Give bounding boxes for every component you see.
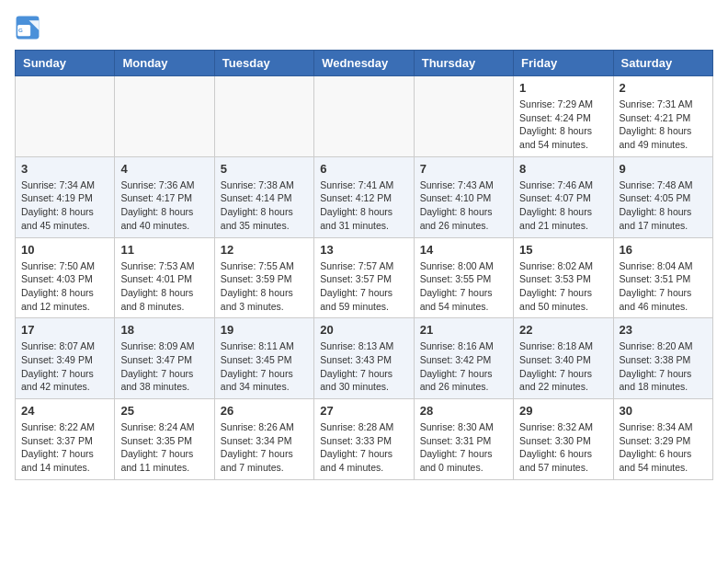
page-header: G bbox=[15, 15, 713, 40]
day-number: 24 bbox=[21, 404, 108, 418]
day-number: 30 bbox=[620, 404, 707, 418]
calendar-cell: 26Sunrise: 8:26 AM Sunset: 3:34 PM Dayli… bbox=[214, 399, 313, 480]
cell-content: Sunrise: 8:30 AM Sunset: 3:31 PM Dayligh… bbox=[420, 420, 507, 475]
day-number: 7 bbox=[420, 162, 507, 176]
week-row-2: 10Sunrise: 7:50 AM Sunset: 4:03 PM Dayli… bbox=[16, 237, 713, 318]
day-number: 22 bbox=[519, 323, 607, 337]
calendar-cell: 25Sunrise: 8:24 AM Sunset: 3:35 PM Dayli… bbox=[115, 399, 214, 480]
week-row-0: 1Sunrise: 7:29 AM Sunset: 4:24 PM Daylig… bbox=[16, 76, 713, 157]
cell-content: Sunrise: 8:18 AM Sunset: 3:40 PM Dayligh… bbox=[519, 339, 607, 394]
cell-content: Sunrise: 8:32 AM Sunset: 3:30 PM Dayligh… bbox=[519, 420, 607, 475]
calendar-cell: 29Sunrise: 8:32 AM Sunset: 3:30 PM Dayli… bbox=[514, 399, 613, 480]
cell-content: Sunrise: 7:46 AM Sunset: 4:07 PM Dayligh… bbox=[519, 178, 607, 233]
cell-content: Sunrise: 7:53 AM Sunset: 4:01 PM Dayligh… bbox=[120, 259, 208, 314]
week-row-1: 3Sunrise: 7:34 AM Sunset: 4:19 PM Daylig… bbox=[16, 156, 713, 237]
day-number: 29 bbox=[519, 404, 607, 418]
calendar-cell: 13Sunrise: 7:57 AM Sunset: 3:57 PM Dayli… bbox=[314, 237, 414, 318]
calendar-cell: 14Sunrise: 8:00 AM Sunset: 3:55 PM Dayli… bbox=[414, 237, 513, 318]
calendar-cell: 12Sunrise: 7:55 AM Sunset: 3:59 PM Dayli… bbox=[214, 237, 313, 318]
calendar-cell: 8Sunrise: 7:46 AM Sunset: 4:07 PM Daylig… bbox=[514, 156, 613, 237]
day-number: 1 bbox=[519, 81, 607, 95]
day-number: 10 bbox=[21, 243, 108, 257]
calendar-cell: 11Sunrise: 7:53 AM Sunset: 4:01 PM Dayli… bbox=[115, 237, 214, 318]
day-number: 28 bbox=[420, 404, 507, 418]
day-number: 17 bbox=[21, 323, 108, 337]
calendar-cell: 27Sunrise: 8:28 AM Sunset: 3:33 PM Dayli… bbox=[314, 399, 414, 480]
calendar-cell: 24Sunrise: 8:22 AM Sunset: 3:37 PM Dayli… bbox=[16, 399, 115, 480]
cell-content: Sunrise: 8:26 AM Sunset: 3:34 PM Dayligh… bbox=[221, 420, 308, 475]
calendar-cell: 2Sunrise: 7:31 AM Sunset: 4:21 PM Daylig… bbox=[613, 76, 712, 157]
day-number: 19 bbox=[221, 323, 308, 337]
day-number: 6 bbox=[320, 162, 407, 176]
calendar-cell bbox=[16, 76, 115, 157]
day-number: 3 bbox=[21, 162, 108, 176]
day-number: 18 bbox=[120, 323, 208, 337]
header-saturday: Saturday bbox=[613, 51, 712, 76]
svg-text:G: G bbox=[18, 27, 23, 33]
calendar-cell: 17Sunrise: 8:07 AM Sunset: 3:49 PM Dayli… bbox=[16, 318, 115, 399]
calendar-cell: 28Sunrise: 8:30 AM Sunset: 3:31 PM Dayli… bbox=[414, 399, 513, 480]
cell-content: Sunrise: 8:22 AM Sunset: 3:37 PM Dayligh… bbox=[21, 420, 108, 475]
day-number: 15 bbox=[519, 243, 607, 257]
day-number: 20 bbox=[320, 323, 407, 337]
calendar-cell: 18Sunrise: 8:09 AM Sunset: 3:47 PM Dayli… bbox=[115, 318, 214, 399]
day-number: 11 bbox=[120, 243, 208, 257]
calendar-cell: 19Sunrise: 8:11 AM Sunset: 3:45 PM Dayli… bbox=[214, 318, 313, 399]
calendar-cell bbox=[314, 76, 414, 157]
day-number: 2 bbox=[620, 81, 707, 95]
day-number: 16 bbox=[620, 243, 707, 257]
cell-content: Sunrise: 8:34 AM Sunset: 3:29 PM Dayligh… bbox=[620, 420, 707, 475]
cell-content: Sunrise: 7:55 AM Sunset: 3:59 PM Dayligh… bbox=[221, 259, 308, 314]
calendar-cell: 7Sunrise: 7:43 AM Sunset: 4:10 PM Daylig… bbox=[414, 156, 513, 237]
cell-content: Sunrise: 8:07 AM Sunset: 3:49 PM Dayligh… bbox=[21, 339, 108, 394]
calendar-cell: 16Sunrise: 8:04 AM Sunset: 3:51 PM Dayli… bbox=[613, 237, 712, 318]
cell-content: Sunrise: 8:04 AM Sunset: 3:51 PM Dayligh… bbox=[620, 259, 707, 314]
calendar-cell: 4Sunrise: 7:36 AM Sunset: 4:17 PM Daylig… bbox=[115, 156, 214, 237]
cell-content: Sunrise: 8:28 AM Sunset: 3:33 PM Dayligh… bbox=[320, 420, 407, 475]
header-monday: Monday bbox=[115, 51, 214, 76]
calendar-cell: 3Sunrise: 7:34 AM Sunset: 4:19 PM Daylig… bbox=[16, 156, 115, 237]
calendar-cell: 20Sunrise: 8:13 AM Sunset: 3:43 PM Dayli… bbox=[314, 318, 414, 399]
cell-content: Sunrise: 7:48 AM Sunset: 4:05 PM Dayligh… bbox=[620, 178, 707, 233]
day-number: 26 bbox=[221, 404, 308, 418]
header-friday: Friday bbox=[514, 51, 613, 76]
calendar-cell: 15Sunrise: 8:02 AM Sunset: 3:53 PM Dayli… bbox=[514, 237, 613, 318]
day-number: 8 bbox=[519, 162, 607, 176]
day-number: 5 bbox=[221, 162, 308, 176]
logo: G bbox=[15, 15, 44, 40]
calendar-cell: 21Sunrise: 8:16 AM Sunset: 3:42 PM Dayli… bbox=[414, 318, 513, 399]
calendar-cell: 6Sunrise: 7:41 AM Sunset: 4:12 PM Daylig… bbox=[314, 156, 414, 237]
day-number: 21 bbox=[420, 323, 507, 337]
day-number: 13 bbox=[320, 243, 407, 257]
cell-content: Sunrise: 8:13 AM Sunset: 3:43 PM Dayligh… bbox=[320, 339, 407, 394]
cell-content: Sunrise: 8:00 AM Sunset: 3:55 PM Dayligh… bbox=[420, 259, 507, 314]
cell-content: Sunrise: 8:24 AM Sunset: 3:35 PM Dayligh… bbox=[120, 420, 208, 475]
day-number: 27 bbox=[320, 404, 407, 418]
header-wednesday: Wednesday bbox=[314, 51, 414, 76]
day-number: 9 bbox=[620, 162, 707, 176]
logo-icon: G bbox=[15, 15, 40, 40]
calendar-table: SundayMondayTuesdayWednesdayThursdayFrid… bbox=[15, 50, 713, 480]
cell-content: Sunrise: 7:29 AM Sunset: 4:24 PM Dayligh… bbox=[519, 98, 607, 152]
week-row-4: 24Sunrise: 8:22 AM Sunset: 3:37 PM Dayli… bbox=[16, 399, 713, 480]
cell-content: Sunrise: 8:11 AM Sunset: 3:45 PM Dayligh… bbox=[221, 339, 308, 394]
cell-content: Sunrise: 7:43 AM Sunset: 4:10 PM Dayligh… bbox=[420, 178, 507, 233]
day-number: 23 bbox=[620, 323, 707, 337]
cell-content: Sunrise: 7:34 AM Sunset: 4:19 PM Dayligh… bbox=[21, 178, 108, 233]
day-number: 14 bbox=[420, 243, 507, 257]
cell-content: Sunrise: 7:50 AM Sunset: 4:03 PM Dayligh… bbox=[21, 259, 108, 314]
cell-content: Sunrise: 8:20 AM Sunset: 3:38 PM Dayligh… bbox=[620, 339, 707, 394]
calendar-cell bbox=[214, 76, 313, 157]
cell-content: Sunrise: 7:36 AM Sunset: 4:17 PM Dayligh… bbox=[120, 178, 208, 233]
cell-content: Sunrise: 8:09 AM Sunset: 3:47 PM Dayligh… bbox=[120, 339, 208, 394]
cell-content: Sunrise: 7:41 AM Sunset: 4:12 PM Dayligh… bbox=[320, 178, 407, 233]
day-number: 25 bbox=[120, 404, 208, 418]
cell-content: Sunrise: 8:16 AM Sunset: 3:42 PM Dayligh… bbox=[420, 339, 507, 394]
calendar-header-row: SundayMondayTuesdayWednesdayThursdayFrid… bbox=[16, 51, 713, 76]
calendar-cell: 30Sunrise: 8:34 AM Sunset: 3:29 PM Dayli… bbox=[613, 399, 712, 480]
header-sunday: Sunday bbox=[16, 51, 115, 76]
cell-content: Sunrise: 7:31 AM Sunset: 4:21 PM Dayligh… bbox=[620, 98, 707, 152]
day-number: 4 bbox=[120, 162, 208, 176]
cell-content: Sunrise: 7:57 AM Sunset: 3:57 PM Dayligh… bbox=[320, 259, 407, 314]
calendar-cell: 1Sunrise: 7:29 AM Sunset: 4:24 PM Daylig… bbox=[514, 76, 613, 157]
